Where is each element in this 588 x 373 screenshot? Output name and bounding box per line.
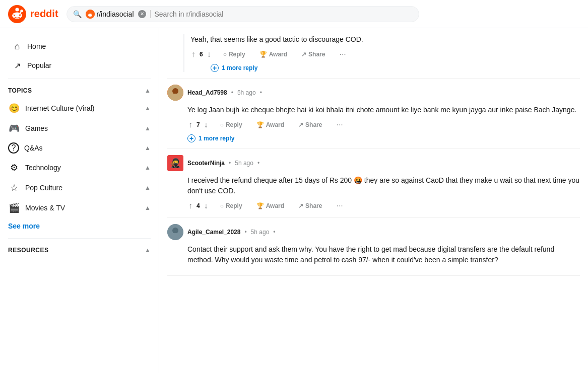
app-container: reddit 🔍 r/indiasocial ✕ [0, 0, 588, 373]
avatar-2 [167, 85, 183, 101]
movies-tv-icon: 🎬 [8, 202, 20, 214]
search-bar[interactable]: 🔍 r/indiasocial ✕ [67, 6, 419, 22]
comment-1-indent: Yeah, that seems like a good tactic to d… [183, 34, 580, 72]
header: reddit 🔍 r/indiasocial ✕ [0, 0, 588, 28]
more-replies-plus-icon-1: + [211, 64, 219, 72]
svg-point-6 [15, 8, 19, 11]
downvote-button-1[interactable]: ↓ [206, 49, 212, 60]
award-button-3[interactable]: 🏆 Award [253, 200, 287, 211]
downvote-button-2[interactable]: ↓ [203, 119, 209, 130]
resources-section-header[interactable]: RESOURCES ▲ [0, 243, 159, 258]
sidebar-divider-1 [8, 79, 151, 79]
topic-left: 🎮 Games [8, 122, 48, 134]
sidebar-item-home[interactable]: ⌂ Home [4, 37, 155, 55]
avatar-2-img [167, 85, 183, 101]
popular-icon: ↗ [12, 60, 22, 70]
body: ⌂ Home ↗ Popular TOPICS ▲ 😊 Internet [0, 28, 588, 373]
comment-3-actions: ↑ 4 ↓ ○ Reply 🏆 Award ↗ [187, 200, 580, 211]
clear-subreddit-button[interactable]: ✕ [138, 10, 146, 18]
search-input[interactable] [155, 10, 413, 18]
dot-4: • [244, 229, 246, 236]
ellipsis-button-3[interactable]: ··· [333, 200, 346, 211]
timestamp-3: 5h ago [235, 160, 253, 167]
search-divider [150, 10, 151, 18]
vote-count-2: 7 [197, 121, 200, 128]
comment-2: Head_Ad7598 • 5h ago • Ye log Jaan bujh … [167, 79, 580, 149]
downvote-button-3[interactable]: ↓ [203, 200, 209, 211]
comment-4: Agile_Camel_2028 • 5h ago • Contact thei… [167, 218, 580, 276]
more-replies-text-2: 1 more reply [199, 135, 234, 142]
internet-culture-icon: 😊 [8, 102, 20, 114]
games-label: Games [25, 124, 48, 132]
share-button-2[interactable]: ↗ Share [295, 119, 325, 130]
svg-point-8 [20, 14, 21, 15]
comment-3-header: 🥷 ScooterNinja • 5h ago • [167, 155, 580, 171]
logo-text: reddit [30, 8, 58, 20]
vote-group-3: ↑ 4 ↓ [187, 200, 209, 211]
topics-section-header[interactable]: TOPICS ▲ [0, 83, 159, 98]
sidebar-item-qandas[interactable]: ? Q&As ▲ [0, 138, 159, 158]
comment-3: 🥷 ScooterNinja • 5h ago • I received the… [167, 149, 580, 218]
sidebar-item-popular[interactable]: ↗ Popular [4, 56, 155, 74]
ellipsis-button-1[interactable]: ··· [336, 49, 349, 60]
dot-4b: • [273, 229, 275, 236]
dot-2: • [231, 89, 233, 96]
home-icon: ⌂ [12, 41, 22, 51]
main-content: Yeah, that seems like a good tactic to d… [159, 28, 588, 373]
sidebar-item-technology[interactable]: ⚙ Technology ▲ [0, 158, 159, 178]
share-button-1[interactable]: ↗ Share [298, 49, 328, 60]
games-chevron-icon: ▲ [145, 125, 151, 132]
username-4: Agile_Camel_2028 [187, 229, 240, 236]
internet-culture-label: Internet Culture (Viral) [25, 104, 94, 112]
award-button-1[interactable]: 🏆 Award [256, 49, 290, 60]
topics-list: 😊 Internet Culture (Viral) ▲ 🎮 Games ▲ ? [0, 98, 159, 218]
movies-tv-chevron-icon: ▲ [145, 204, 151, 211]
vote-group-1: ↑ 6 ↓ [190, 49, 212, 60]
share-label-3: Share [305, 202, 322, 209]
subreddit-name: r/indiasocial [97, 10, 134, 18]
username-2: Head_Ad7598 [187, 89, 227, 96]
sidebar-item-movies-tv[interactable]: 🎬 Movies & TV ▲ [0, 198, 159, 218]
award-button-2[interactable]: 🏆 Award [253, 119, 287, 130]
subreddit-tag: r/indiasocial [86, 10, 134, 19]
upvote-button-3[interactable]: ↑ [187, 200, 193, 211]
qandas-label: Q&As [24, 144, 43, 152]
upvote-button-2[interactable]: ↑ [187, 119, 193, 130]
reply-button-1[interactable]: ○ Reply [220, 49, 248, 60]
award-icon-2: 🏆 [256, 121, 264, 128]
logo[interactable]: reddit [8, 5, 58, 23]
share-button-3[interactable]: ↗ Share [295, 200, 325, 211]
share-icon-3: ↗ [298, 202, 303, 209]
reply-button-2[interactable]: ○ Reply [217, 119, 245, 130]
award-label-3: Award [266, 202, 284, 209]
upvote-button-1[interactable]: ↑ [190, 49, 197, 60]
technology-icon: ⚙ [8, 162, 20, 174]
reply-button-3[interactable]: ○ Reply [217, 200, 245, 211]
comment-thread: Yeah, that seems like a good tactic to d… [159, 28, 588, 276]
award-icon-3: 🏆 [256, 202, 264, 209]
comment-3-body: I received the refund cheque after 15 da… [187, 175, 580, 196]
sidebar-item-pop-culture[interactable]: ☆ Pop Culture ▲ [0, 178, 159, 198]
comment-4-header: Agile_Camel_2028 • 5h ago • [167, 224, 580, 240]
svg-text:🥷: 🥷 [170, 158, 181, 169]
reply-label-1: Reply [229, 51, 245, 58]
comment-2-actions: ↑ 7 ↓ ○ Reply 🏆 Award ↗ [187, 119, 580, 130]
more-replies-1[interactable]: + 1 more reply [211, 64, 580, 72]
reply-label-3: Reply [226, 202, 242, 209]
svg-point-12 [88, 14, 89, 15]
more-replies-2[interactable]: + 1 more reply [187, 134, 580, 142]
ellipsis-button-2[interactable]: ··· [333, 119, 346, 130]
reply-icon-1: ○ [223, 51, 227, 58]
movies-tv-label: Movies & TV [25, 204, 65, 212]
reply-icon-2: ○ [220, 121, 224, 128]
comment-4-body: Contact their support and ask them why. … [187, 244, 580, 265]
award-label-2: Award [266, 121, 284, 128]
sidebar-item-games[interactable]: 🎮 Games ▲ [0, 118, 159, 138]
topic-left: 🎬 Movies & TV [8, 202, 65, 214]
more-replies-text-1: 1 more reply [222, 64, 257, 71]
see-more-button[interactable]: See more [0, 218, 159, 234]
resources-title: RESOURCES [8, 247, 49, 254]
reply-label-2: Reply [226, 121, 242, 128]
sidebar-item-internet-culture[interactable]: 😊 Internet Culture (Viral) ▲ [0, 98, 159, 118]
sidebar-divider-2 [8, 238, 151, 239]
